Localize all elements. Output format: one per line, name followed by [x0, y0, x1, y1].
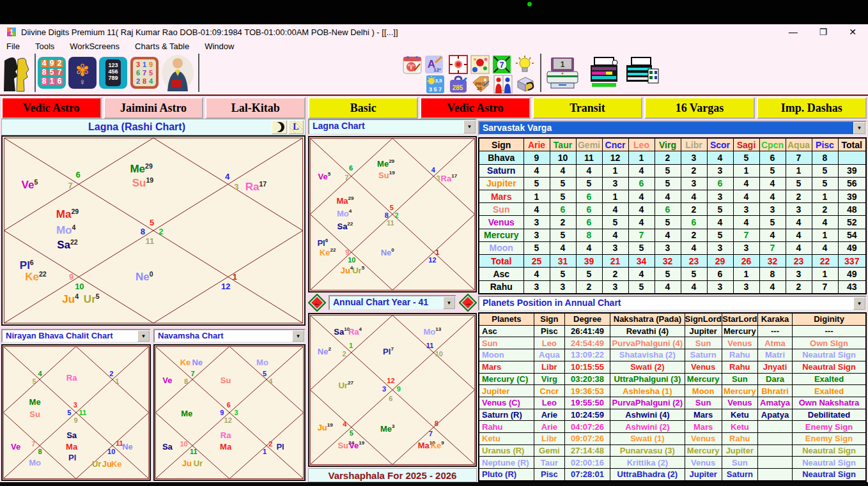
- screen-bottom-band: [0, 482, 868, 486]
- cell: Ashwini (4): [610, 409, 685, 421]
- svg-text:1: 1: [561, 60, 565, 69]
- chevron-down-icon[interactable]: ▼: [463, 120, 476, 133]
- network-printer-icon[interactable]: [625, 56, 660, 91]
- number-grid-icon[interactable]: 492857816: [37, 54, 66, 91]
- menu-window[interactable]: Window: [205, 42, 234, 51]
- minimize-button[interactable]: —: [789, 27, 798, 37]
- cell: Jupiter: [479, 385, 534, 397]
- cell: 9: [523, 151, 550, 164]
- pro-36-tag-icon[interactable]: PRO36: [471, 75, 490, 94]
- numerology-faces-icon[interactable]: [1, 54, 32, 93]
- cell: 34: [628, 255, 655, 268]
- right-tab-group: BasicVedic AstroTransit16 VargasImp. Das…: [308, 97, 867, 119]
- varshaphala-caption: Varshaphala For 2025 - 2026: [308, 468, 477, 482]
- navamsha-chart-combobox[interactable]: Navamsha Chart ▼: [153, 329, 306, 343]
- color-printer-icon[interactable]: [589, 56, 619, 91]
- lotus-icon[interactable]: ✾♀: [68, 54, 97, 91]
- svg-text:✺: ✺: [454, 59, 463, 71]
- cell: 4: [655, 190, 681, 202]
- bhava-chalit-chart[interactable]: 452135119781110RaMeSuSaMaPlVeMoNeUrJuKe: [1, 344, 151, 481]
- previous-year-button[interactable]: ←: [308, 294, 326, 312]
- planet-su: Su: [29, 410, 40, 418]
- menu-workscreens[interactable]: WorkScreens: [70, 42, 120, 51]
- sun-target-icon[interactable]: ✺: [449, 55, 468, 74]
- letter-a-numbers-icon[interactable]: A12³: [424, 55, 444, 74]
- tab-lal-kitab[interactable]: Lal-Kitab: [205, 97, 306, 119]
- annual-year-combobox[interactable]: Annual Chart Year - 41 ▼: [329, 295, 456, 310]
- chevron-down-icon[interactable]: ▼: [292, 330, 304, 342]
- chevron-down-icon[interactable]: ▼: [443, 296, 455, 309]
- house-number: 3: [234, 409, 238, 416]
- planet-ju: Ju4: [341, 266, 353, 275]
- tab-transit[interactable]: Transit: [532, 97, 642, 119]
- cell: 4: [759, 280, 786, 294]
- cell: Neptune (R): [479, 457, 534, 469]
- house-number: 5: [263, 370, 267, 377]
- house-number: 1: [435, 248, 439, 255]
- sarvastak-varga-combobox[interactable]: Sarvastak Varga ▼: [478, 121, 867, 135]
- house-number: 11: [145, 237, 154, 245]
- calendar-aries-icon[interactable]: ♈: [403, 55, 422, 74]
- cell: 3: [707, 164, 733, 177]
- bag-285-icon[interactable]: 285: [449, 75, 468, 94]
- table-row-mercury: Mercury35847425744154: [479, 229, 866, 241]
- menu-tools[interactable]: Tools: [35, 42, 54, 51]
- phone-numbers-icon[interactable]: 123456789: [98, 54, 128, 91]
- cell: 3: [733, 241, 759, 254]
- planets-position-combobox[interactable]: Planets Position in Annual Chart ▼: [478, 296, 867, 311]
- close-button[interactable]: ✕: [849, 27, 856, 37]
- moon-toggle-button[interactable]: [272, 120, 287, 134]
- printer-one-icon[interactable]: 1: [546, 56, 579, 91]
- tab-imp-dashas[interactable]: Imp. Dashas: [757, 97, 867, 119]
- cell: 21: [602, 255, 628, 268]
- cell: Taur: [534, 457, 564, 469]
- tab-vedic-astro[interactable]: Vedic Astro: [1, 97, 102, 119]
- maximize-button[interactable]: ❐: [819, 27, 828, 37]
- lagna-chart-combobox[interactable]: Lagna Chart ▼: [308, 119, 477, 135]
- cell: Mars: [685, 409, 722, 421]
- cell: Venus: [722, 337, 757, 349]
- planet-pl: Pl6: [20, 259, 34, 271]
- menu-file[interactable]: File: [6, 42, 20, 51]
- cell: Sun: [722, 373, 757, 385]
- tab-vedic-astro[interactable]: Vedic Astro: [420, 97, 530, 119]
- cell: Swati (2): [610, 361, 685, 373]
- table-row-uranus-r: Uranus (R)Gemi27:14:48Punarvasu (3)Mercu…: [479, 444, 866, 457]
- chart-style-button[interactable]: L: [288, 120, 304, 134]
- chalit-chart-combobox[interactable]: Nirayan Bhava Chalit Chart ▼: [1, 329, 151, 343]
- house-number: 6: [389, 395, 392, 402]
- cell: 7: [759, 241, 786, 254]
- navamsha-chart[interactable]: 785469312101121KeNeMoVeSuMeRaMaSaJuUrPl: [153, 344, 306, 481]
- lagna-chart-mid[interactable]: 674358211910112Ve5Me29Su19Ra17Ma29Mo4Sa2…: [308, 136, 477, 292]
- chevron-down-icon[interactable]: ▼: [853, 122, 865, 134]
- chevron-down-icon[interactable]: ▼: [853, 297, 865, 310]
- eraser-cable-icon[interactable]: [515, 75, 536, 94]
- annual-varshaphala-chart[interactable]: 121110123964587Sa10Ra4Mo13Ne2Pl7Ur27Ju19…: [308, 313, 477, 467]
- next-year-button[interactable]: →: [459, 294, 477, 312]
- cell: [757, 457, 792, 469]
- cell: 2: [812, 203, 838, 216]
- chevron-down-icon[interactable]: ▼: [137, 330, 150, 342]
- cell: 3: [681, 151, 707, 164]
- tab-basic[interactable]: Basic: [308, 97, 418, 119]
- planet-ra: Ra4: [348, 328, 362, 336]
- tab-jaimini-astro[interactable]: Jaimini Astro: [104, 97, 204, 119]
- cell: Ketu: [722, 421, 757, 433]
- menu-charts-table[interactable]: Charts & Table: [135, 42, 189, 51]
- bulb-icon[interactable]: [515, 55, 534, 74]
- cell: [564, 480, 610, 482]
- tab-16-vargas[interactable]: 16 Vargas: [644, 97, 754, 119]
- cell: 4: [733, 190, 759, 202]
- lagna-rashi-chart[interactable]: 674358211910112Ve5Me29Su19Ra17Ma29Mo4Sa2…: [1, 135, 306, 326]
- house-number: 4: [268, 377, 272, 384]
- people-compare-icon[interactable]: +: [493, 75, 513, 94]
- green-seven-icon[interactable]: 7: [492, 55, 511, 74]
- astrologer-icon[interactable]: [161, 54, 194, 91]
- color-grid-icon[interactable]: 319675284: [130, 54, 159, 91]
- cell: UttraBhadra (2): [610, 469, 685, 481]
- color-dots-icon[interactable]: [470, 55, 490, 74]
- weather-numbers-icon[interactable]: 3,53 5 7: [426, 75, 445, 94]
- planet-ma: Ma29: [336, 196, 353, 204]
- screen-top-band: [0, 0, 868, 24]
- house-number: 7: [345, 174, 348, 181]
